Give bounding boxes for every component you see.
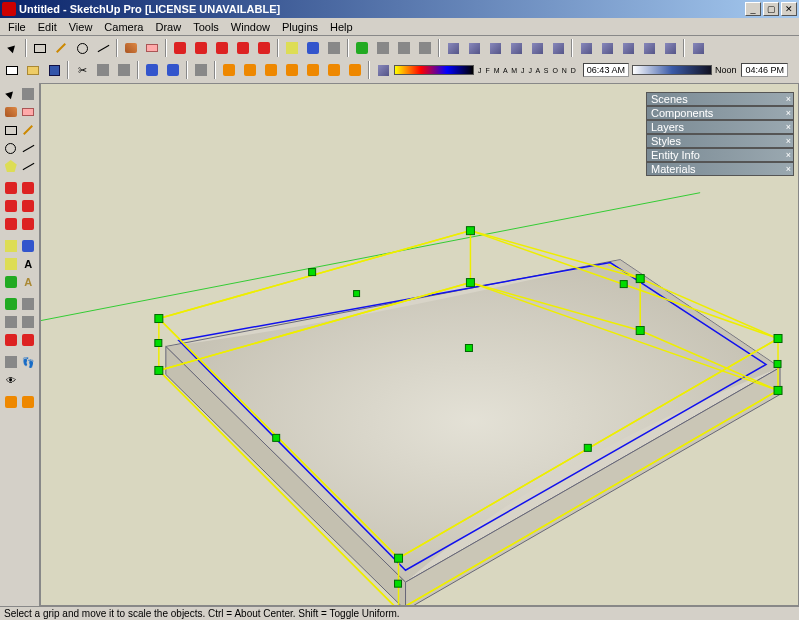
shadow-toggle[interactable]	[373, 60, 393, 80]
side-circle[interactable]	[2, 139, 20, 157]
left-view[interactable]	[548, 38, 568, 58]
side-component[interactable]	[20, 85, 38, 103]
zoom-tool[interactable]	[394, 38, 414, 58]
xray-toggle[interactable]	[688, 38, 708, 58]
side-followme[interactable]	[20, 197, 38, 215]
maximize-button[interactable]: ▢	[763, 2, 779, 16]
panel-close-icon[interactable]: ×	[786, 122, 791, 132]
move-tool[interactable]	[170, 38, 190, 58]
paint-tool[interactable]	[121, 38, 141, 58]
pushpull-tool[interactable]	[233, 38, 253, 58]
menu-draw[interactable]: Draw	[149, 19, 187, 35]
style-wireframe[interactable]	[576, 38, 596, 58]
menu-edit[interactable]: Edit	[32, 19, 63, 35]
minimize-button[interactable]: _	[745, 2, 761, 16]
sunrise-time[interactable]: 06:43 AM	[583, 63, 629, 77]
side-section[interactable]	[2, 393, 20, 411]
side-arc[interactable]	[20, 139, 38, 157]
cut[interactable]: ✂	[72, 60, 92, 80]
sandbox-5[interactable]	[303, 60, 323, 80]
side-next[interactable]	[20, 331, 38, 349]
panel-entity-info[interactable]: Entity Info×	[646, 148, 794, 162]
rotate-tool[interactable]	[191, 38, 211, 58]
menu-file[interactable]: File	[2, 19, 32, 35]
side-move[interactable]	[2, 179, 20, 197]
side-freehand[interactable]	[20, 157, 38, 175]
panel-close-icon[interactable]: ×	[786, 108, 791, 118]
menu-tools[interactable]: Tools	[187, 19, 225, 35]
menu-camera[interactable]: Camera	[98, 19, 149, 35]
shadow-date-slider[interactable]	[394, 61, 474, 79]
select-tool[interactable]	[2, 38, 22, 58]
side-look[interactable]: 👁	[2, 371, 20, 389]
side-prev[interactable]	[2, 331, 20, 349]
viewport-3d[interactable]: Scenes× Components× Layers× Styles× Enti…	[40, 83, 799, 606]
panel-scenes[interactable]: Scenes×	[646, 92, 794, 106]
undo[interactable]	[142, 60, 162, 80]
side-line[interactable]	[20, 121, 38, 139]
print[interactable]	[191, 60, 211, 80]
shadow-time-slider[interactable]	[632, 61, 712, 79]
zoom-extents-tool[interactable]	[415, 38, 435, 58]
style-mono[interactable]	[660, 38, 680, 58]
back-view[interactable]	[527, 38, 547, 58]
side-rect[interactable]	[2, 121, 20, 139]
side-text[interactable]: A	[20, 255, 38, 273]
dimension-tool[interactable]	[303, 38, 323, 58]
panel-close-icon[interactable]: ×	[786, 136, 791, 146]
side-rotate[interactable]	[2, 197, 20, 215]
panel-components[interactable]: Components×	[646, 106, 794, 120]
sandbox-2[interactable]	[240, 60, 260, 80]
panel-close-icon[interactable]: ×	[786, 150, 791, 160]
close-button[interactable]: ✕	[781, 2, 797, 16]
panel-styles[interactable]: Styles×	[646, 134, 794, 148]
tape-tool[interactable]	[282, 38, 302, 58]
sandbox-4[interactable]	[282, 60, 302, 80]
side-zoom[interactable]	[2, 313, 20, 331]
orbit-tool[interactable]	[352, 38, 372, 58]
sunset-time[interactable]: 04:46 PM	[741, 63, 788, 77]
iso-view[interactable]	[443, 38, 463, 58]
panel-close-icon[interactable]: ×	[786, 94, 791, 104]
sandbox-3[interactable]	[261, 60, 281, 80]
arc-tool[interactable]	[93, 38, 113, 58]
side-eraser[interactable]	[20, 103, 38, 121]
redo[interactable]	[163, 60, 183, 80]
side-protractor[interactable]	[2, 255, 20, 273]
front-view[interactable]	[485, 38, 505, 58]
style-textured[interactable]	[639, 38, 659, 58]
side-tape[interactable]	[2, 237, 20, 255]
new-file[interactable]	[2, 60, 22, 80]
open-file[interactable]	[23, 60, 43, 80]
panel-close-icon[interactable]: ×	[786, 164, 791, 174]
menu-help[interactable]: Help	[324, 19, 359, 35]
style-hidden[interactable]	[597, 38, 617, 58]
side-zoomwin[interactable]	[20, 313, 38, 331]
eraser-tool[interactable]	[142, 38, 162, 58]
side-poly[interactable]	[2, 157, 20, 175]
right-view[interactable]	[506, 38, 526, 58]
side-section2[interactable]	[20, 393, 38, 411]
side-select[interactable]	[2, 85, 20, 103]
side-dimension[interactable]	[20, 237, 38, 255]
copy[interactable]	[93, 60, 113, 80]
sandbox-6[interactable]	[324, 60, 344, 80]
side-3dtext[interactable]: A	[20, 273, 38, 291]
line-tool[interactable]	[51, 38, 71, 58]
top-view[interactable]	[464, 38, 484, 58]
menu-window[interactable]: Window	[225, 19, 276, 35]
scale-tool[interactable]	[212, 38, 232, 58]
offset-tool[interactable]	[254, 38, 274, 58]
panel-layers[interactable]: Layers×	[646, 120, 794, 134]
rectangle-tool[interactable]	[30, 38, 50, 58]
side-orbit[interactable]	[2, 295, 20, 313]
panel-materials[interactable]: Materials×	[646, 162, 794, 176]
side-paint[interactable]	[2, 103, 20, 121]
text-tool[interactable]	[324, 38, 344, 58]
side-offset[interactable]	[20, 215, 38, 233]
side-axes[interactable]	[2, 273, 20, 291]
save-file[interactable]	[44, 60, 64, 80]
paste[interactable]	[114, 60, 134, 80]
sandbox-1[interactable]	[219, 60, 239, 80]
side-pushpull[interactable]	[20, 179, 38, 197]
